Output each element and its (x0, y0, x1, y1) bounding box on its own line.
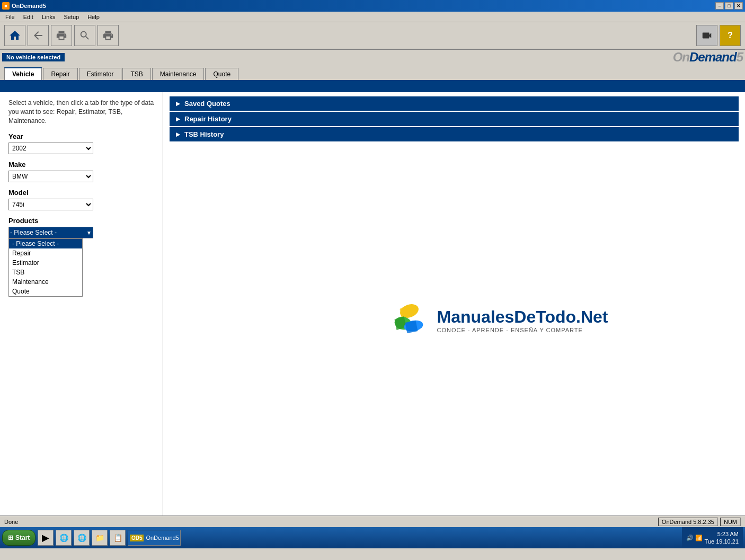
tab-repair[interactable]: Repair (43, 68, 77, 80)
app-version: OnDemand 5.8.2.35 (658, 518, 718, 526)
menu-file[interactable]: File (2, 13, 18, 21)
accordion-saved-quotes-label: Saved Quotes (184, 100, 230, 108)
print-preview-button[interactable] (51, 25, 72, 46)
year-field-group: Year 2002 (8, 132, 154, 154)
year-label: Year (8, 132, 154, 140)
model-label: Model (8, 189, 154, 197)
watermark-site: ManualesDeTodo.Net (437, 307, 608, 327)
accordion-saved-quotes[interactable]: ▶ Saved Quotes (170, 96, 739, 111)
watermark-tagline: CONOCE - APRENDE - ENSEÑA Y COMPARTE (437, 327, 608, 333)
taskbar: ⊞ Start ▶ 🌐 🌐 📁 📋 OD5 OnDemand5 🔊 📶 5:23… (0, 527, 745, 548)
taskbar-active-label: OnDemand5 (146, 535, 179, 541)
products-selected-value: - Please Select - (10, 229, 57, 236)
watermark-logo-svg (388, 299, 431, 342)
menu-bar: File Edit Links Setup Help (0, 12, 745, 22)
close-button[interactable]: ✕ (734, 2, 743, 10)
taskbar-icon-1[interactable]: ▶ (38, 530, 54, 546)
accordion-arrow-icon: ▶ (176, 101, 180, 106)
find-button[interactable] (74, 25, 95, 46)
system-tray: 🔊 📶 (686, 535, 703, 541)
products-dropdown-list: - Please Select - Repair Estimator TSB M… (8, 238, 83, 297)
year-select[interactable]: 2002 (8, 143, 93, 154)
instruction-text: Select a vehicle, then click a tab for t… (8, 99, 154, 125)
tab-vehicle[interactable]: Vehicle (4, 67, 42, 80)
right-panel: ▶ Saved Quotes ▶ Repair History ▶ TSB Hi… (163, 92, 745, 548)
od5-icon: OD5 (130, 535, 144, 541)
toolbar: ? (0, 22, 745, 50)
num-indicator: NUM (720, 518, 741, 526)
main-content: Select a vehicle, then click a tab for t… (0, 92, 745, 548)
products-option-maintenance[interactable]: Maintenance (9, 277, 82, 287)
taskbar-icon-4[interactable]: 📁 (92, 530, 108, 546)
menu-help[interactable]: Help (84, 13, 103, 21)
blue-strip (0, 82, 745, 92)
start-label: Start (15, 534, 30, 541)
app-icon: ■ (2, 2, 10, 10)
minimize-button[interactable]: – (715, 2, 724, 10)
help-button[interactable]: ? (720, 25, 741, 46)
make-select[interactable]: BMW (8, 171, 93, 182)
taskbar-icon-3[interactable]: 🌐 (74, 530, 90, 546)
taskbar-icon-2[interactable]: 🌐 (56, 530, 72, 546)
clock-date: Tue 19.10.21 (705, 538, 739, 545)
products-option-repair[interactable]: Repair (9, 248, 82, 258)
accordion-tsb-history[interactable]: ▶ TSB History (170, 127, 739, 141)
tab-tsb[interactable]: TSB (122, 68, 150, 80)
products-option-please-select[interactable]: - Please Select - (9, 239, 82, 248)
start-icon: ⊞ (8, 534, 13, 541)
svg-marker-5 (405, 321, 418, 333)
maximize-button[interactable]: □ (725, 2, 733, 10)
products-select-display[interactable]: - Please Select - ▼ (8, 227, 93, 238)
products-option-estimator[interactable]: Estimator (9, 258, 82, 268)
products-option-tsb[interactable]: TSB (9, 268, 82, 277)
video-button[interactable] (696, 25, 717, 46)
products-label: Products (8, 217, 154, 225)
menu-edit[interactable]: Edit (20, 13, 37, 21)
accordion-repair-history[interactable]: ▶ Repair History (170, 112, 739, 126)
status-bar: Done OnDemand 5.8.2.35 NUM (0, 515, 745, 527)
taskbar-icon-5[interactable]: 📋 (110, 530, 126, 546)
tab-estimator[interactable]: Estimator (79, 68, 122, 80)
taskbar-right: 🔊 📶 5:23 AM Tue 19.10.21 (682, 527, 743, 548)
model-field-group: Model 745i (8, 189, 154, 210)
clock: 5:23 AM Tue 19.10.21 (705, 530, 739, 546)
watermark: ManualesDeTodo.Net CONOCE - APRENDE - EN… (388, 299, 608, 342)
watermark-text: ManualesDeTodo.Net CONOCE - APRENDE - EN… (437, 307, 608, 333)
make-label: Make (8, 161, 154, 168)
make-field-group: Make BMW (8, 161, 154, 182)
taskbar-ondemand-button[interactable]: OD5 OnDemand5 (128, 530, 181, 546)
no-vehicle-bar: No vehicle selected OnDemand5 (0, 50, 745, 65)
home-button[interactable] (4, 25, 25, 46)
status-text: Done (4, 519, 18, 525)
menu-setup[interactable]: Setup (60, 13, 82, 21)
menu-links[interactable]: Links (39, 13, 59, 21)
tabs-bar: Vehicle Repair Estimator TSB Maintenance… (0, 65, 745, 82)
accordion-repair-history-label: Repair History (184, 115, 232, 123)
no-vehicle-badge: No vehicle selected (2, 53, 65, 61)
title-bar-text: OnDemand5 (12, 3, 46, 9)
start-button[interactable]: ⊞ Start (2, 530, 36, 546)
ondemand-logo: OnDemand5 (673, 50, 743, 65)
title-bar: ■ OnDemand5 – □ ✕ (0, 0, 745, 12)
products-field-group: Products - Please Select - ▼ - Please Se… (8, 217, 154, 238)
back-button[interactable] (28, 25, 49, 46)
accordion-tsb-history-label: TSB History (184, 130, 224, 138)
dropdown-arrow-icon: ▼ (86, 230, 92, 236)
tab-maintenance[interactable]: Maintenance (152, 68, 205, 80)
left-panel: Select a vehicle, then click a tab for t… (0, 92, 163, 548)
products-option-quote[interactable]: Quote (9, 287, 82, 296)
print-button[interactable] (97, 25, 119, 46)
model-select[interactable]: 745i (8, 199, 93, 210)
accordion-arrow-icon-3: ▶ (176, 131, 180, 137)
accordion-arrow-icon-2: ▶ (176, 116, 180, 122)
clock-time: 5:23 AM (705, 530, 739, 538)
tab-quote[interactable]: Quote (205, 68, 238, 80)
